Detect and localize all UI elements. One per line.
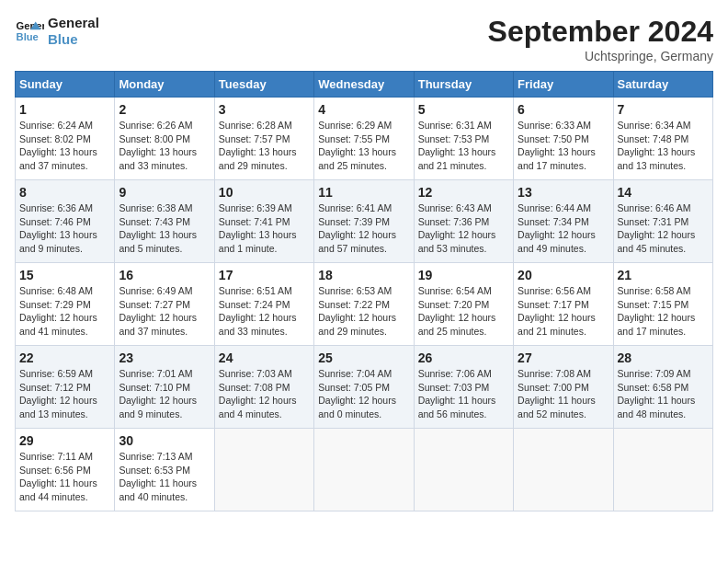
day-info: Sunrise: 7:09 AMSunset: 6:58 PMDaylight:… <box>618 367 709 421</box>
svg-text:General: General <box>17 20 44 31</box>
day-info: Sunrise: 6:53 AMSunset: 7:22 PMDaylight:… <box>318 284 409 339</box>
day-number: 6 <box>518 102 609 117</box>
day-number: 28 <box>618 350 709 365</box>
day-info: Sunrise: 6:29 AMSunset: 7:55 PMDaylight:… <box>318 119 409 173</box>
day-cell <box>314 429 414 511</box>
day-number: 5 <box>418 102 509 117</box>
day-info: Sunrise: 6:48 AMSunset: 7:29 PMDaylight:… <box>19 284 110 339</box>
weekday-header-tuesday: Tuesday <box>214 72 313 98</box>
day-number: 4 <box>318 102 409 117</box>
day-info: Sunrise: 6:31 AMSunset: 7:53 PMDaylight:… <box>418 119 509 173</box>
day-number: 23 <box>119 350 210 365</box>
day-cell: 13 Sunrise: 6:44 AMSunset: 7:34 PMDaylig… <box>514 180 613 263</box>
day-info: Sunrise: 6:39 AMSunset: 7:41 PMDaylight:… <box>219 201 310 256</box>
day-number: 29 <box>19 433 110 448</box>
day-cell: 22 Sunrise: 6:59 AMSunset: 7:12 PMDaylig… <box>16 346 115 429</box>
day-info: Sunrise: 6:34 AMSunset: 7:48 PMDaylight:… <box>618 119 709 173</box>
day-number: 18 <box>318 268 409 282</box>
day-number: 21 <box>618 268 709 282</box>
day-number: 30 <box>119 433 210 448</box>
day-info: Sunrise: 7:06 AMSunset: 7:03 PMDaylight:… <box>418 367 509 421</box>
day-number: 12 <box>418 185 509 200</box>
day-number: 22 <box>19 350 110 365</box>
day-info: Sunrise: 6:54 AMSunset: 7:20 PMDaylight:… <box>418 284 509 339</box>
day-info: Sunrise: 6:28 AMSunset: 7:57 PMDaylight:… <box>219 119 310 173</box>
day-number: 1 <box>19 102 110 117</box>
day-info: Sunrise: 7:03 AMSunset: 7:08 PMDaylight:… <box>219 367 310 421</box>
weekday-header-wednesday: Wednesday <box>314 72 414 98</box>
day-cell: 18 Sunrise: 6:53 AMSunset: 7:22 PMDaylig… <box>314 263 414 346</box>
day-cell: 12 Sunrise: 6:43 AMSunset: 7:36 PMDaylig… <box>414 180 513 263</box>
day-info: Sunrise: 6:33 AMSunset: 7:50 PMDaylight:… <box>518 119 609 173</box>
weekday-header-monday: Monday <box>115 72 214 98</box>
day-cell <box>613 429 712 511</box>
day-info: Sunrise: 6:56 AMSunset: 7:17 PMDaylight:… <box>518 284 609 339</box>
day-cell: 11 Sunrise: 6:41 AMSunset: 7:39 PMDaylig… <box>314 180 414 263</box>
day-cell: 4 Sunrise: 6:29 AMSunset: 7:55 PMDayligh… <box>314 98 414 180</box>
day-cell: 2 Sunrise: 6:26 AMSunset: 8:00 PMDayligh… <box>115 98 214 180</box>
header-row: SundayMondayTuesdayWednesdayThursdayFrid… <box>16 72 713 98</box>
day-cell: 25 Sunrise: 7:04 AMSunset: 7:05 PMDaylig… <box>314 346 414 429</box>
title-area: September 2024 Uchtspringe, Germany <box>488 15 713 63</box>
day-number: 19 <box>418 268 509 282</box>
day-number: 26 <box>418 350 509 365</box>
day-number: 17 <box>219 268 310 282</box>
logo-icon: General Blue <box>15 17 44 46</box>
location: Uchtspringe, Germany <box>488 49 713 63</box>
day-number: 9 <box>119 185 210 200</box>
day-cell <box>414 429 513 511</box>
week-row-2: 8 Sunrise: 6:36 AMSunset: 7:46 PMDayligh… <box>16 180 713 263</box>
day-info: Sunrise: 6:41 AMSunset: 7:39 PMDaylight:… <box>318 201 409 256</box>
day-cell: 15 Sunrise: 6:48 AMSunset: 7:29 PMDaylig… <box>16 263 115 346</box>
weekday-header-thursday: Thursday <box>414 72 513 98</box>
day-cell: 21 Sunrise: 6:58 AMSunset: 7:15 PMDaylig… <box>613 263 712 346</box>
day-cell: 1 Sunrise: 6:24 AMSunset: 8:02 PMDayligh… <box>16 98 115 180</box>
day-number: 10 <box>219 185 310 200</box>
day-cell: 3 Sunrise: 6:28 AMSunset: 7:57 PMDayligh… <box>214 98 313 180</box>
day-number: 2 <box>119 102 210 117</box>
day-cell: 20 Sunrise: 6:56 AMSunset: 7:17 PMDaylig… <box>514 263 613 346</box>
day-number: 11 <box>318 185 409 200</box>
day-info: Sunrise: 7:13 AMSunset: 6:53 PMDaylight:… <box>119 450 210 504</box>
day-number: 25 <box>318 350 409 365</box>
day-cell: 30 Sunrise: 7:13 AMSunset: 6:53 PMDaylig… <box>115 429 214 511</box>
day-cell: 9 Sunrise: 6:38 AMSunset: 7:43 PMDayligh… <box>115 180 214 263</box>
day-cell: 10 Sunrise: 6:39 AMSunset: 7:41 PMDaylig… <box>214 180 313 263</box>
day-cell: 14 Sunrise: 6:46 AMSunset: 7:31 PMDaylig… <box>613 180 712 263</box>
logo-blue: Blue <box>48 31 99 48</box>
day-cell: 23 Sunrise: 7:01 AMSunset: 7:10 PMDaylig… <box>115 346 214 429</box>
weekday-header-friday: Friday <box>514 72 613 98</box>
day-info: Sunrise: 6:36 AMSunset: 7:46 PMDaylight:… <box>19 201 110 256</box>
day-number: 8 <box>19 185 110 200</box>
day-cell: 29 Sunrise: 7:11 AMSunset: 6:56 PMDaylig… <box>16 429 115 511</box>
day-cell: 24 Sunrise: 7:03 AMSunset: 7:08 PMDaylig… <box>214 346 313 429</box>
day-number: 15 <box>19 268 110 282</box>
day-info: Sunrise: 6:59 AMSunset: 7:12 PMDaylight:… <box>19 367 110 421</box>
day-info: Sunrise: 6:44 AMSunset: 7:34 PMDaylight:… <box>518 201 609 256</box>
day-info: Sunrise: 6:51 AMSunset: 7:24 PMDaylight:… <box>219 284 310 339</box>
day-cell: 5 Sunrise: 6:31 AMSunset: 7:53 PMDayligh… <box>414 98 513 180</box>
day-cell: 16 Sunrise: 6:49 AMSunset: 7:27 PMDaylig… <box>115 263 214 346</box>
svg-text:Blue: Blue <box>17 31 39 42</box>
week-row-3: 15 Sunrise: 6:48 AMSunset: 7:29 PMDaylig… <box>16 263 713 346</box>
calendar-table: SundayMondayTuesdayWednesdayThursdayFrid… <box>15 71 713 511</box>
day-info: Sunrise: 6:26 AMSunset: 8:00 PMDaylight:… <box>119 119 210 173</box>
logo-general: General <box>48 15 99 31</box>
day-cell: 26 Sunrise: 7:06 AMSunset: 7:03 PMDaylig… <box>414 346 513 429</box>
day-number: 27 <box>518 350 609 365</box>
day-info: Sunrise: 6:24 AMSunset: 8:02 PMDaylight:… <box>19 119 110 173</box>
day-cell: 27 Sunrise: 7:08 AMSunset: 7:00 PMDaylig… <box>514 346 613 429</box>
day-number: 3 <box>219 102 310 117</box>
weekday-header-saturday: Saturday <box>613 72 712 98</box>
month-title: September 2024 <box>488 15 713 49</box>
day-cell: 19 Sunrise: 6:54 AMSunset: 7:20 PMDaylig… <box>414 263 513 346</box>
day-cell: 7 Sunrise: 6:34 AMSunset: 7:48 PMDayligh… <box>613 98 712 180</box>
day-info: Sunrise: 6:38 AMSunset: 7:43 PMDaylight:… <box>119 201 210 256</box>
day-number: 24 <box>219 350 310 365</box>
logo: General Blue General Blue <box>15 15 99 48</box>
week-row-4: 22 Sunrise: 6:59 AMSunset: 7:12 PMDaylig… <box>16 346 713 429</box>
day-info: Sunrise: 6:46 AMSunset: 7:31 PMDaylight:… <box>618 201 709 256</box>
day-info: Sunrise: 7:11 AMSunset: 6:56 PMDaylight:… <box>19 450 110 504</box>
day-cell: 28 Sunrise: 7:09 AMSunset: 6:58 PMDaylig… <box>613 346 712 429</box>
day-number: 13 <box>518 185 609 200</box>
